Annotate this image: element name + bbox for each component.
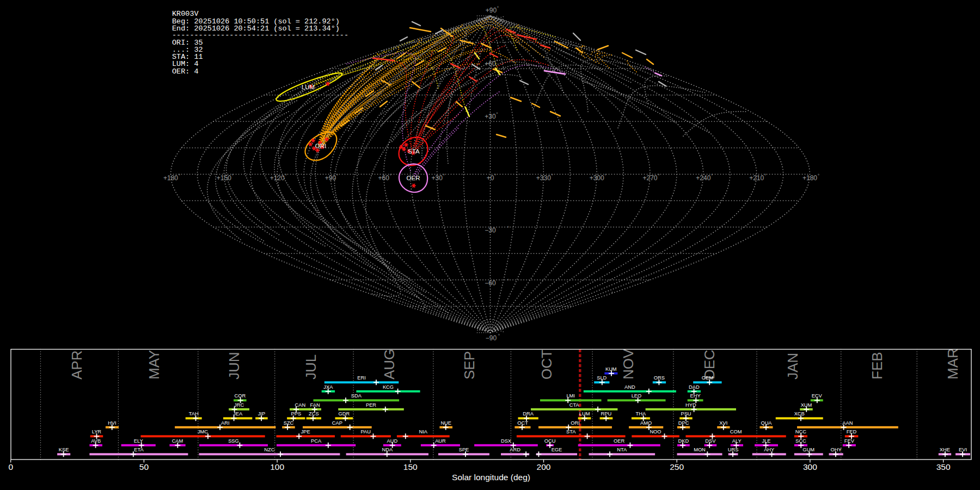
- svg-text:PPS: PPS: [291, 411, 301, 416]
- svg-text:−90: −90: [486, 334, 497, 342]
- svg-text:NDA: NDA: [382, 447, 393, 452]
- svg-text:QUA: QUA: [761, 420, 772, 426]
- svg-text:DAD: DAD: [689, 384, 700, 390]
- svg-text:°: °: [231, 173, 233, 179]
- svg-text:HVI: HVI: [108, 420, 117, 426]
- svg-text:ORI: ORI: [571, 420, 580, 426]
- svg-text:+90: +90: [486, 7, 497, 14]
- svg-text:50: 50: [139, 462, 149, 471]
- svg-text:STA: STA: [408, 148, 420, 155]
- svg-text:SCC: SCC: [795, 438, 806, 444]
- svg-text:GDR: GDR: [339, 411, 350, 416]
- svg-text:JLE: JLE: [762, 438, 770, 444]
- svg-text:°: °: [551, 173, 553, 179]
- svg-text:XHE: XHE: [940, 447, 950, 452]
- svg-text:+240: +240: [696, 174, 710, 182]
- svg-text:EHY: EHY: [690, 393, 701, 399]
- svg-text:JRC: JRC: [234, 402, 244, 408]
- svg-text:0: 0: [8, 462, 13, 471]
- svg-text:SSG: SSG: [228, 438, 239, 444]
- svg-text:°: °: [658, 173, 659, 179]
- svg-text:FEB: FEB: [869, 352, 885, 379]
- svg-text:+60: +60: [378, 174, 390, 182]
- svg-text:XVI: XVI: [719, 420, 727, 426]
- svg-text:AUR: AUR: [435, 438, 446, 444]
- svg-text:°: °: [507, 225, 509, 231]
- svg-text:DKD: DKD: [678, 438, 689, 444]
- svg-text:+270: +270: [642, 174, 657, 182]
- svg-text:JIP: JIP: [258, 411, 265, 416]
- svg-text:OCU: OCU: [544, 438, 556, 444]
- svg-text:OHY: OHY: [831, 447, 842, 452]
- svg-text:DRA: DRA: [523, 411, 534, 416]
- svg-text:SZC: SZC: [284, 420, 294, 426]
- svg-text:°: °: [497, 5, 499, 11]
- svg-text:NZC: NZC: [264, 447, 274, 452]
- svg-text:CAP: CAP: [332, 420, 342, 426]
- svg-text:PER: PER: [366, 402, 376, 408]
- svg-text:STA: STA: [566, 429, 576, 434]
- svg-text:PSU: PSU: [681, 411, 691, 416]
- svg-text:350: 350: [936, 462, 951, 471]
- svg-text:°: °: [443, 173, 444, 179]
- svg-text:APR: APR: [69, 351, 85, 379]
- svg-text:150: 150: [403, 462, 418, 471]
- svg-text:DSX: DSX: [501, 438, 511, 444]
- svg-text:−30: −30: [485, 226, 496, 234]
- svg-text:+180: +180: [803, 174, 817, 182]
- svg-text:ERI: ERI: [357, 375, 366, 381]
- svg-text:+120: +120: [270, 174, 285, 182]
- svg-text:JAN: JAN: [785, 353, 801, 379]
- svg-text:200: 200: [537, 462, 551, 471]
- svg-text:COM: COM: [730, 429, 742, 434]
- svg-text:KCG: KCG: [383, 384, 394, 390]
- svg-text:OCT: OCT: [538, 350, 555, 379]
- svg-text:PAU: PAU: [361, 429, 371, 434]
- svg-text:300: 300: [803, 462, 817, 471]
- svg-text:NTA: NTA: [617, 447, 627, 452]
- svg-text:NOV: NOV: [620, 348, 636, 379]
- svg-text:ECV: ECV: [812, 393, 823, 399]
- svg-text:MAR: MAR: [945, 348, 961, 379]
- svg-text:°: °: [494, 173, 496, 179]
- svg-text:CAN: CAN: [295, 402, 306, 408]
- svg-text:NIA: NIA: [419, 429, 428, 434]
- svg-text:°: °: [818, 173, 819, 179]
- svg-text:°: °: [604, 173, 606, 179]
- svg-text:°: °: [711, 173, 713, 179]
- svg-text:OER: OER: [407, 175, 420, 181]
- svg-text:JPE: JPE: [301, 429, 310, 434]
- svg-text:RPU: RPU: [601, 411, 612, 416]
- svg-text:−60: −60: [485, 279, 496, 287]
- svg-text:URS: URS: [728, 447, 739, 452]
- svg-text:LUM: LUM: [302, 84, 315, 90]
- svg-text:ALY: ALY: [732, 438, 742, 444]
- svg-text:°: °: [336, 173, 338, 179]
- svg-text:+150: +150: [217, 174, 231, 182]
- svg-text:MON: MON: [694, 447, 706, 452]
- svg-text:°: °: [496, 59, 498, 64]
- svg-text:+30: +30: [432, 174, 443, 182]
- svg-text:XUM: XUM: [801, 402, 812, 408]
- svg-text:HYD: HYD: [685, 402, 696, 408]
- svg-text:+180: +180: [163, 174, 178, 182]
- svg-text:JEA: JEA: [233, 411, 243, 416]
- svg-text:°: °: [496, 112, 498, 117]
- svg-text:EGE: EGE: [552, 447, 562, 452]
- svg-text:°: °: [507, 278, 509, 284]
- svg-text:NUE: NUE: [440, 420, 451, 426]
- svg-text:ETA: ETA: [134, 447, 144, 452]
- svg-text:°: °: [390, 173, 391, 179]
- svg-text:°: °: [764, 173, 766, 179]
- svg-text:+300: +300: [590, 174, 604, 182]
- svg-text:KSE: KSE: [59, 447, 69, 452]
- svg-text:CTA: CTA: [569, 402, 580, 408]
- svg-text:AUD: AUD: [387, 438, 397, 444]
- svg-text:°: °: [498, 333, 500, 339]
- svg-text:FEV: FEV: [844, 438, 855, 444]
- svg-text:ARD: ARD: [510, 447, 520, 452]
- svg-text:THA: THA: [636, 411, 646, 416]
- svg-text:JUL: JUL: [303, 354, 319, 379]
- svg-text:SLD: SLD: [597, 375, 607, 381]
- svg-text:JUN: JUN: [226, 352, 242, 379]
